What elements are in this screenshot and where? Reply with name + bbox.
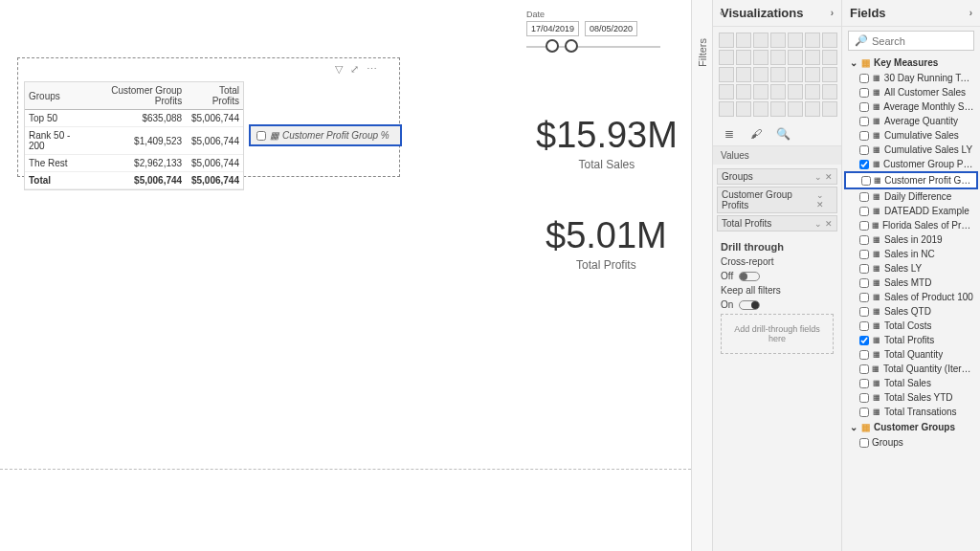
field-checkbox[interactable] — [859, 102, 869, 112]
slider-track[interactable] — [526, 46, 660, 48]
table-row[interactable]: The Rest$2,962,133$5,006,744 — [25, 155, 243, 172]
field-item[interactable]: ▦ Daily Difference — [844, 189, 978, 204]
field-checkbox[interactable] — [859, 131, 869, 141]
field-item[interactable]: ▦ Average Quantity — [844, 114, 978, 128]
fields-tab-icon[interactable]: ≣ — [721, 126, 738, 142]
viz-type-icon[interactable] — [822, 84, 837, 99]
field-checkbox[interactable] — [859, 235, 869, 245]
viz-type-icon[interactable] — [822, 50, 837, 65]
viz-type-icon[interactable] — [719, 50, 734, 65]
date-to-input[interactable]: 08/05/2020 — [585, 21, 637, 36]
kpi-total-profits[interactable]: $5.01M Total Profits — [546, 215, 667, 272]
viz-type-icon[interactable] — [736, 67, 751, 82]
field-item[interactable]: ▦ Total Sales YTD — [844, 390, 978, 405]
field-checkbox[interactable] — [859, 88, 869, 98]
field-item[interactable]: ▦ All Customer Sales — [844, 85, 978, 99]
field-item[interactable]: ▦ DATEADD Example — [844, 204, 978, 218]
viz-type-icon[interactable] — [805, 84, 820, 99]
viz-type-icon[interactable] — [719, 33, 734, 48]
chevron-right-icon[interactable]: › — [969, 8, 972, 18]
viz-type-icon[interactable] — [736, 33, 751, 48]
field-item[interactable]: ▦ Total Costs — [844, 319, 978, 333]
format-tab-icon[interactable]: 🖌 — [747, 126, 765, 142]
date-from-input[interactable]: 17/04/2019 — [526, 21, 579, 36]
viz-type-icon[interactable] — [719, 67, 734, 82]
field-item[interactable]: Groups — [844, 435, 978, 450]
chevron-right-icon[interactable]: › — [831, 8, 834, 18]
viz-type-icon[interactable] — [770, 67, 786, 82]
drill-through-dropzone[interactable]: Add drill-through fields here — [721, 314, 834, 354]
field-checkbox[interactable] — [859, 74, 869, 83]
field-checkbox[interactable] — [859, 221, 869, 231]
field-item[interactable]: ▦ Sales LY — [844, 261, 978, 276]
viz-type-icon[interactable] — [736, 50, 751, 65]
table-visual[interactable]: Groups Customer Group Profits Total Prof… — [24, 81, 244, 190]
field-checkbox[interactable] — [859, 364, 869, 374]
filter-icon[interactable]: ▽ — [335, 63, 343, 76]
viz-type-icon[interactable] — [770, 84, 786, 99]
viz-type-icon[interactable] — [753, 50, 768, 65]
viz-type-icon[interactable] — [753, 84, 768, 99]
viz-type-icon[interactable] — [719, 101, 734, 117]
field-table-key-measures[interactable]: ⌄ ▦ Key Measures — [844, 55, 978, 71]
field-well[interactable]: Total Profits⌄ ✕ — [717, 215, 837, 231]
field-checkbox[interactable] — [859, 336, 869, 345]
analytics-tab-icon[interactable]: 🔍 — [774, 126, 791, 142]
field-item[interactable]: ▦ Customer Profit Group % — [844, 171, 978, 189]
field-item[interactable]: ▦ Florida Sales of Product 2 ... — [844, 218, 978, 232]
field-checkbox[interactable] — [859, 379, 869, 388]
field-checkbox[interactable] — [859, 438, 869, 448]
field-item[interactable]: ▦ Total Quantity — [844, 347, 978, 362]
field-well[interactable]: Groups⌄ ✕ — [717, 168, 837, 185]
field-well[interactable]: Customer Group Profits⌄ ✕ — [717, 187, 837, 213]
report-canvas[interactable]: ‹ Date 17/04/2019 08/05/2020 $15.93M Tot… — [0, 0, 691, 551]
collapse-filters-icon[interactable]: ‹ — [720, 8, 723, 18]
field-checkbox[interactable] — [859, 117, 869, 126]
field-item[interactable]: ▦ Cumulative Sales LY — [844, 143, 978, 157]
field-checkbox[interactable] — [859, 408, 869, 417]
field-item[interactable]: ▦ Sales QTD — [844, 304, 978, 319]
field-item[interactable]: ▦ Total Profits — [844, 333, 978, 347]
viz-type-icon[interactable] — [753, 67, 768, 82]
kpi-total-sales[interactable]: $15.93M Total Sales — [536, 115, 678, 171]
viz-type-icon[interactable] — [770, 101, 786, 117]
viz-type-icon[interactable] — [770, 33, 786, 48]
viz-type-icon[interactable] — [788, 67, 803, 82]
field-checkbox[interactable] — [859, 160, 869, 169]
field-checkbox[interactable] — [859, 264, 869, 274]
field-checkbox[interactable] — [859, 293, 869, 302]
field-item[interactable]: ▦ 30 Day Running Total — [844, 71, 978, 85]
viz-type-icon[interactable] — [753, 33, 768, 48]
field-item[interactable]: ▦ Sales in NC — [844, 247, 978, 261]
field-item[interactable]: ▦ Total Transations — [844, 405, 978, 419]
field-checkbox[interactable] — [859, 393, 869, 403]
field-item[interactable]: ▦ Total Sales — [844, 376, 978, 390]
field-checkbox[interactable] — [859, 192, 869, 202]
field-item[interactable]: ▦ Average Monthly Sales — [844, 99, 978, 114]
viz-type-icon[interactable] — [805, 101, 820, 117]
date-slicer[interactable]: Date 17/04/2019 08/05/2020 — [526, 10, 689, 48]
viz-type-icon[interactable] — [788, 33, 803, 48]
viz-type-icon[interactable] — [805, 67, 820, 82]
viz-type-icon[interactable] — [719, 84, 734, 99]
viz-type-icon[interactable] — [788, 101, 803, 117]
field-checkbox[interactable] — [859, 145, 869, 155]
viz-type-icon[interactable] — [822, 101, 837, 117]
viz-type-icon[interactable] — [805, 50, 820, 65]
field-checkbox[interactable] — [859, 350, 869, 360]
viz-type-icon[interactable] — [770, 50, 786, 65]
field-item[interactable]: ▦ Customer Group Profits — [844, 157, 978, 171]
well-dropdown-icon[interactable]: ⌄ ✕ — [816, 190, 833, 209]
field-item[interactable]: ▦ Cumulative Sales — [844, 128, 978, 143]
filters-pane-collapsed[interactable]: Filters — [691, 0, 712, 551]
focus-icon[interactable]: ⤢ — [350, 63, 359, 76]
col-header[interactable]: Total Profits — [186, 82, 243, 110]
table-row[interactable]: Rank 50 - 200$1,409,523$5,006,744 — [25, 127, 243, 155]
field-item[interactable]: ▦ Total Quantity (Iteration) — [844, 362, 978, 376]
fields-search[interactable]: 🔎 — [848, 31, 974, 51]
viz-type-icon[interactable] — [736, 101, 751, 117]
viz-type-icon[interactable] — [805, 33, 820, 48]
more-options-icon[interactable]: ⋯ — [367, 63, 377, 76]
slider-handle-left[interactable] — [546, 39, 559, 53]
table-row[interactable]: Top 50$635,088$5,006,744 — [25, 110, 243, 127]
